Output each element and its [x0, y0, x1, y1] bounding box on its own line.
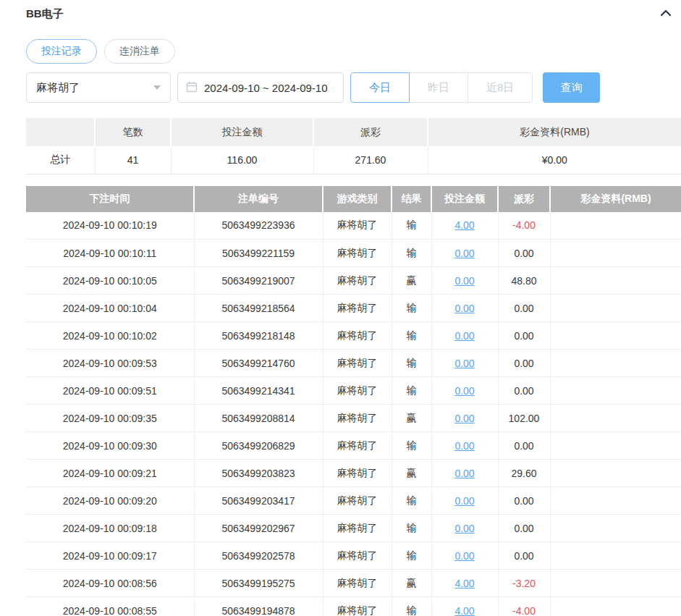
collapse-button[interactable]: [655, 7, 677, 22]
panel-title: BB电子: [26, 7, 64, 21]
cell-game-type: 麻将胡了: [323, 487, 392, 515]
bet-amount-link[interactable]: 0.00: [454, 550, 474, 562]
summary-total-payout: 271.60: [313, 146, 428, 174]
bet-amount-link[interactable]: 0.00: [454, 440, 474, 452]
cell-order-id: 5063499194878: [194, 597, 323, 616]
cell-bet-time: 2024-09-10 00:08:56: [26, 570, 194, 597]
cell-bet-amount: 0.00: [431, 405, 498, 432]
cell-bet-time: 2024-09-10 00:10:02: [26, 322, 194, 350]
summary-total-bonus: ¥0.00: [428, 146, 681, 174]
cell-order-id: 5063499203417: [194, 487, 323, 515]
panel-header: BB电子: [26, 4, 681, 23]
cell-result: 输: [392, 597, 431, 616]
bet-amount-link[interactable]: 0.00: [454, 275, 474, 287]
cell-result: 输: [392, 432, 431, 460]
cell-bet-amount: 4.00: [431, 597, 498, 616]
summary-header-bet-amount: 投注金额: [171, 118, 313, 146]
cell-bonus: [550, 460, 681, 487]
cell-bonus: [550, 377, 681, 405]
bet-amount-link[interactable]: 0.00: [454, 385, 474, 397]
tab-bet-records[interactable]: 投注记录: [26, 39, 97, 64]
cell-result: 输: [392, 377, 431, 405]
cell-payout: 29.60: [498, 460, 550, 487]
cell-bonus: [550, 322, 681, 350]
cell-result: 输: [392, 487, 431, 515]
bet-amount-link[interactable]: 4.00: [454, 605, 474, 616]
table-row: 2024-09-10 00:08:55 5063499194878 麻将胡了 输…: [26, 597, 681, 616]
cell-payout: 0.00: [498, 295, 550, 322]
header-payout: 派彩: [498, 186, 550, 212]
cell-order-id: 5063499208814: [194, 405, 323, 432]
cell-bet-amount: 0.00: [431, 460, 498, 487]
summary-header-blank: [26, 118, 95, 146]
cell-result: 赢: [392, 570, 431, 597]
cell-bet-time: 2024-09-10 00:09:51: [26, 377, 194, 405]
filter-bar: 麻将胡了 2024-09-10 ~ 2024-09-10 今日 昨日 近8日 查…: [26, 72, 681, 103]
bet-amount-link[interactable]: 0.00: [454, 413, 474, 424]
cell-bet-amount: 0.00: [431, 240, 498, 267]
cell-bonus: [550, 212, 681, 240]
bet-amount-link[interactable]: 0.00: [454, 303, 474, 314]
game-select[interactable]: 麻将胡了: [26, 72, 171, 103]
cell-game-type: 麻将胡了: [323, 212, 392, 240]
cell-bet-time: 2024-09-10 00:10:11: [26, 240, 194, 267]
range-yesterday-button[interactable]: 昨日: [409, 72, 468, 103]
cell-order-id: 5063499214341: [194, 377, 323, 405]
date-range-input[interactable]: 2024-09-10 ~ 2024-09-10: [177, 72, 344, 103]
tab-cancelled-orders[interactable]: 连消注单: [104, 39, 175, 64]
bet-amount-link[interactable]: 4.00: [454, 578, 474, 589]
summary-total-label: 总计: [26, 146, 95, 174]
table-row: 2024-09-10 00:09:30 5063499206829 麻将胡了 输…: [26, 432, 681, 460]
bet-amount-link[interactable]: 0.00: [454, 495, 474, 507]
cell-game-type: 麻将胡了: [323, 240, 392, 267]
cell-bet-amount: 0.00: [431, 432, 498, 460]
range-today-button[interactable]: 今日: [350, 72, 410, 103]
table-row: 2024-09-10 00:09:18 5063499202967 麻将胡了 输…: [26, 515, 681, 542]
cell-game-type: 麻将胡了: [323, 542, 392, 570]
cell-game-type: 麻将胡了: [323, 350, 392, 377]
cell-game-type: 麻将胡了: [323, 267, 392, 295]
cell-bonus: [550, 295, 681, 322]
bet-amount-link[interactable]: 0.00: [454, 358, 474, 369]
date-range-value: 2024-09-10 ~ 2024-09-10: [204, 82, 328, 94]
table-row: 2024-09-10 00:09:51 5063499214341 麻将胡了 输…: [26, 377, 681, 405]
bet-amount-link[interactable]: 0.00: [454, 468, 474, 479]
bet-amount-link[interactable]: 0.00: [454, 523, 474, 534]
cell-order-id: 5063499203823: [194, 460, 323, 487]
cell-payout: 0.00: [498, 350, 550, 377]
cell-bonus: [550, 570, 681, 597]
bet-amount-link[interactable]: 0.00: [454, 248, 474, 259]
cell-bet-amount: 0.00: [431, 322, 498, 350]
cell-bonus: [550, 405, 681, 432]
cell-order-id: 5063499221159: [194, 240, 323, 267]
bet-amount-link[interactable]: 4.00: [454, 219, 474, 231]
header-bet-amount: 投注金额: [431, 186, 498, 212]
cell-order-id: 5063499218564: [194, 295, 323, 322]
cell-bet-amount: 0.00: [431, 487, 498, 515]
cell-payout: -4.00: [498, 212, 550, 240]
table-row: 2024-09-10 00:10:04 5063499218564 麻将胡了 输…: [26, 295, 681, 322]
cell-bet-time: 2024-09-10 00:09:30: [26, 432, 194, 460]
cell-result: 赢: [392, 405, 431, 432]
cell-bet-amount: 4.00: [431, 570, 498, 597]
query-button[interactable]: 查询: [543, 72, 600, 103]
cell-payout: 0.00: [498, 432, 550, 460]
table-row: 2024-09-10 00:10:19 5063499223936 麻将胡了 输…: [26, 212, 681, 240]
cell-bet-amount: 0.00: [431, 295, 498, 322]
cell-game-type: 麻将胡了: [323, 460, 392, 487]
cell-payout: 0.00: [498, 377, 550, 405]
table-row: 2024-09-10 00:10:02 5063499218148 麻将胡了 输…: [26, 322, 681, 350]
bet-amount-link[interactable]: 0.00: [454, 330, 474, 342]
table-row: 2024-09-10 00:09:21 5063499203823 麻将胡了 赢…: [26, 460, 681, 487]
header-bet-time: 下注时间: [26, 186, 194, 212]
cell-result: 输: [392, 240, 431, 267]
cell-bet-time: 2024-09-10 00:09:18: [26, 515, 194, 542]
header-bonus: 彩金资料(RMB): [550, 186, 681, 212]
header-result: 结果: [392, 186, 431, 212]
cell-bonus: [550, 267, 681, 295]
cell-order-id: 5063499202967: [194, 515, 323, 542]
cell-payout: 102.00: [498, 405, 550, 432]
bet-records-panel: BB电子 投注记录 连消注单 麻将胡了 2024-09-10 ~ 2024-09…: [0, 0, 681, 616]
range-last8days-button[interactable]: 近8日: [468, 72, 533, 103]
quick-range-group: 今日 昨日 近8日: [350, 72, 533, 103]
